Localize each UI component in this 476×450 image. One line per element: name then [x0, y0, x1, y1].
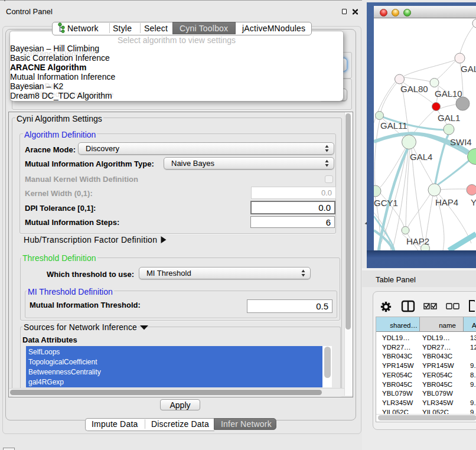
svg-text:GAL10: GAL10	[435, 89, 462, 99]
svg-text:HAP4: HAP4	[435, 197, 458, 207]
svg-text:GCY1: GCY1	[374, 198, 398, 208]
svg-text:GAL80: GAL80	[400, 84, 428, 94]
svg-text:GAL1: GAL1	[438, 113, 460, 123]
svg-text:GAL11: GAL11	[380, 120, 407, 131]
svg-text:HAP2: HAP2	[406, 236, 429, 246]
svg-text:GAL: GAL	[461, 64, 476, 74]
svg-text:GAL4: GAL4	[410, 152, 432, 162]
svg-text:Y: Y	[471, 197, 476, 207]
svg-text:SWI4: SWI4	[450, 137, 472, 147]
